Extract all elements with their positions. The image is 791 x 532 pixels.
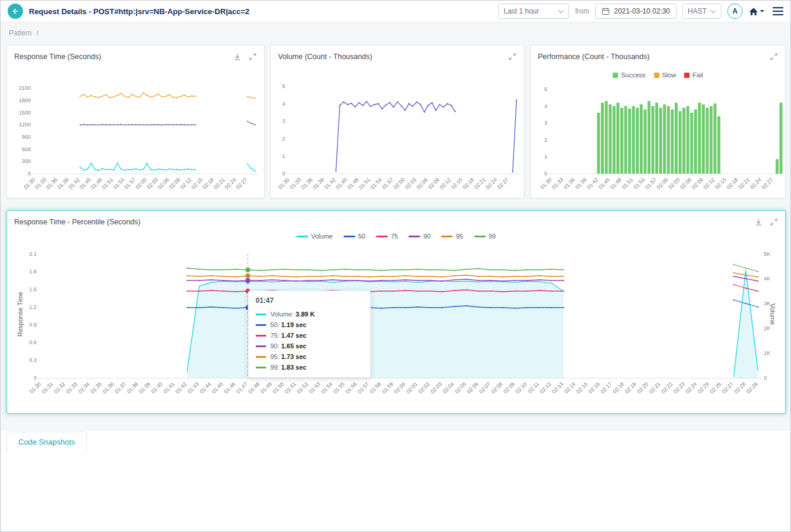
svg-text:01:36: 01:36 — [563, 177, 576, 190]
svg-text:01:52: 01:52 — [296, 381, 309, 394]
menu-button[interactable] — [773, 7, 783, 15]
legend-swatch — [344, 236, 355, 237]
legend-item-volume[interactable]: Volume — [296, 233, 333, 240]
svg-text:02:03: 02:03 — [145, 177, 159, 190]
legend-swatch — [376, 236, 388, 237]
svg-text:02:15: 02:15 — [575, 381, 589, 394]
svg-text:01:57: 01:57 — [381, 177, 394, 190]
svg-text:02:27: 02:27 — [721, 381, 734, 394]
time-range-value: Last 1 hour — [504, 7, 539, 15]
svg-text:02:18: 02:18 — [612, 381, 625, 394]
svg-text:01:36: 01:36 — [45, 177, 58, 190]
legend-label: 75 — [391, 233, 398, 240]
svg-text:01:45: 01:45 — [79, 177, 92, 190]
legend-swatch — [296, 236, 308, 237]
expand-icon[interactable] — [249, 53, 257, 61]
card-title: Performance (Count - Thousands) — [538, 53, 649, 61]
legend-item-90[interactable]: 90 — [408, 233, 430, 240]
avatar[interactable]: A — [727, 4, 743, 19]
svg-text:02:00: 02:00 — [135, 177, 148, 190]
breadcrumb-item-pattern[interactable]: Pattern — [9, 29, 32, 37]
expand-icon[interactable] — [770, 218, 778, 226]
tooltip-row: Volume: 3.89 K — [249, 309, 370, 319]
card-response-time: Response Time (Seconds) 0300600900120015… — [6, 45, 264, 198]
svg-text:01:57: 01:57 — [357, 381, 370, 394]
svg-text:5K: 5K — [764, 251, 770, 257]
svg-text:01:30: 01:30 — [539, 177, 553, 190]
legend-swatch — [654, 73, 659, 78]
svg-text:02:14: 02:14 — [563, 381, 577, 394]
legend-item-95[interactable]: 95 — [441, 233, 463, 240]
svg-text:01:54: 01:54 — [320, 381, 334, 394]
back-button[interactable] — [8, 4, 23, 19]
svg-text:01:38: 01:38 — [126, 381, 139, 394]
svg-text:01:53: 01:53 — [308, 381, 322, 394]
svg-text:01:43: 01:43 — [187, 381, 200, 394]
svg-text:01:47: 01:47 — [235, 381, 249, 394]
svg-text:1.2: 1.2 — [29, 304, 37, 310]
svg-text:02:00: 02:00 — [656, 177, 669, 190]
time-range-select[interactable]: Last 1 hour — [498, 4, 569, 19]
card-percentile: Response Time - Percentile (Seconds) Vol… — [6, 210, 786, 414]
svg-text:01:57: 01:57 — [644, 177, 658, 190]
svg-text:02:11: 02:11 — [527, 381, 541, 394]
svg-text:02:06: 02:06 — [416, 177, 429, 190]
legend-item-75[interactable]: 75 — [376, 233, 398, 240]
download-icon[interactable] — [233, 53, 241, 61]
svg-text:01:54: 01:54 — [112, 177, 126, 190]
legend-item-success[interactable]: Success — [613, 71, 646, 79]
legend-item-99[interactable]: 99 — [474, 233, 496, 240]
legend-label: 90 — [423, 233, 430, 240]
expand-icon[interactable] — [508, 53, 517, 61]
from-label: from — [575, 7, 589, 15]
download-icon[interactable] — [754, 218, 763, 226]
svg-text:02:12: 02:12 — [179, 177, 192, 190]
svg-text:3: 3 — [544, 120, 547, 126]
svg-text:01:42: 01:42 — [174, 381, 188, 394]
home-button[interactable] — [748, 7, 764, 16]
svg-text:4K: 4K — [764, 276, 770, 282]
svg-text:02:28: 02:28 — [733, 381, 747, 394]
svg-text:02:06: 02:06 — [156, 177, 170, 190]
svg-text:01:51: 01:51 — [284, 381, 298, 394]
legend-item-50[interactable]: 50 — [344, 233, 365, 240]
svg-text:02:20: 02:20 — [636, 381, 649, 394]
legend-label: Slow — [662, 71, 676, 79]
svg-text:02:13: 02:13 — [551, 381, 564, 394]
performance-legend: SuccessSlowFail — [531, 71, 785, 79]
svg-text:01:48: 01:48 — [90, 177, 103, 190]
svg-text:01:45: 01:45 — [335, 177, 348, 190]
svg-text:01:44: 01:44 — [198, 381, 212, 394]
legend-label: 99 — [489, 233, 496, 240]
tab-code-snapshots[interactable]: Code Snapshots — [6, 432, 87, 452]
card-performance: Performance (Count - Thousands) SuccessS… — [530, 45, 786, 198]
svg-text:600: 600 — [22, 146, 31, 152]
svg-text:01:59: 01:59 — [381, 381, 394, 394]
svg-text:02:12: 02:12 — [702, 177, 716, 190]
response-time-chart: 0300600900120015001800210001:3001:3301:3… — [7, 63, 265, 198]
svg-text:0.6: 0.6 — [29, 340, 37, 345]
svg-text:01:58: 01:58 — [369, 381, 383, 394]
expand-icon[interactable] — [770, 53, 778, 61]
datetime-picker[interactable]: 2021-03-10 02:30 — [595, 4, 676, 19]
svg-text:01:42: 01:42 — [67, 177, 81, 190]
tooltip-time: 01:47 — [249, 291, 370, 309]
svg-text:01:30: 01:30 — [28, 381, 42, 394]
svg-text:01:49: 01:49 — [259, 381, 273, 394]
svg-text:01:33: 01:33 — [289, 177, 302, 190]
svg-text:01:30: 01:30 — [277, 177, 290, 190]
svg-text:02:00: 02:00 — [393, 381, 407, 394]
svg-text:01:45: 01:45 — [211, 381, 224, 394]
legend-item-fail[interactable]: Fail — [684, 71, 703, 79]
svg-text:01:36: 01:36 — [102, 381, 115, 394]
svg-text:02:09: 02:09 — [502, 381, 516, 394]
svg-text:02:12: 02:12 — [439, 177, 452, 190]
svg-text:02:06: 02:06 — [466, 381, 479, 394]
legend-item-slow[interactable]: Slow — [654, 71, 676, 79]
svg-text:02:15: 02:15 — [190, 177, 204, 190]
svg-text:01:33: 01:33 — [65, 381, 79, 394]
svg-text:01:40: 01:40 — [150, 381, 164, 394]
timezone-select[interactable]: HAST — [682, 4, 721, 19]
svg-text:01:33: 01:33 — [551, 177, 564, 190]
svg-text:01:54: 01:54 — [370, 177, 383, 190]
